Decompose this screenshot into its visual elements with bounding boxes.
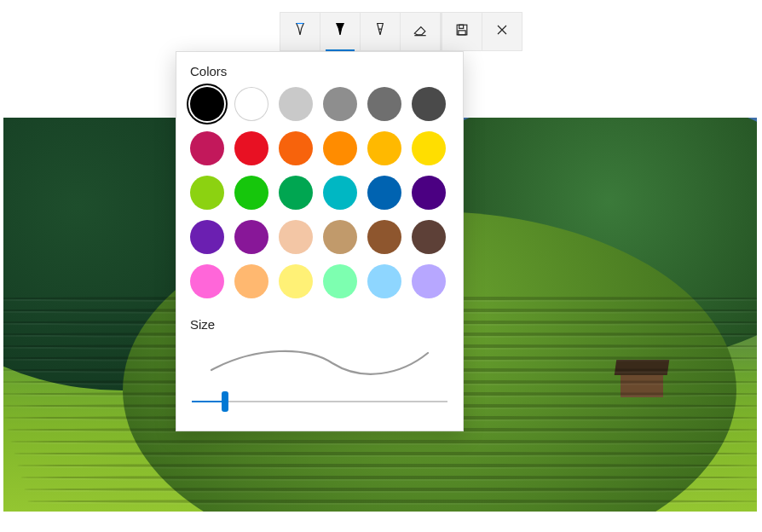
highlighter-icon (372, 21, 389, 42)
eraser-icon (412, 21, 429, 42)
color-swatch[interactable] (412, 176, 446, 210)
slider-thumb[interactable] (222, 391, 228, 412)
slider-track (192, 401, 447, 402)
color-swatch[interactable] (234, 264, 268, 298)
color-swatch[interactable] (367, 176, 401, 210)
photo-bg (10, 440, 757, 443)
color-swatch[interactable] (279, 264, 313, 298)
drawing-toolbar (280, 12, 522, 51)
color-swatch[interactable] (367, 264, 401, 298)
photo-bg (20, 476, 757, 479)
photo-bg (17, 464, 757, 467)
color-swatch[interactable] (190, 176, 224, 210)
color-swatch[interactable] (279, 220, 313, 254)
slider-fill (192, 401, 225, 402)
color-swatch[interactable] (190, 220, 224, 254)
color-swatch[interactable] (190, 131, 224, 165)
size-preview (188, 340, 451, 381)
ballpoint-pen-tool[interactable] (280, 13, 320, 50)
color-swatch[interactable] (412, 220, 446, 254)
pen-icon (292, 21, 309, 42)
color-swatch-grid (188, 87, 451, 298)
color-swatch[interactable] (323, 176, 357, 210)
color-swatch[interactable] (412, 264, 446, 298)
color-swatch[interactable] (279, 87, 313, 121)
close-icon (494, 21, 511, 42)
photo-bg (24, 488, 757, 491)
color-swatch[interactable] (279, 176, 313, 210)
color-swatch[interactable] (279, 131, 313, 165)
color-swatch[interactable] (234, 131, 268, 165)
photo-bg (27, 500, 757, 503)
color-swatch[interactable] (190, 87, 224, 121)
color-swatch[interactable] (412, 131, 446, 165)
highlighter-tool[interactable] (361, 13, 401, 50)
photo-bg (14, 452, 757, 455)
size-slider[interactable] (188, 393, 451, 410)
color-swatch[interactable] (190, 264, 224, 298)
pencil-tool[interactable] (320, 13, 361, 50)
color-swatch[interactable] (367, 87, 401, 121)
app-stage: Colors Size (0, 0, 762, 532)
color-swatch[interactable] (367, 131, 401, 165)
size-heading: Size (190, 317, 451, 332)
pen-settings-popup: Colors Size (176, 51, 464, 431)
color-swatch[interactable] (323, 131, 357, 165)
pencil-icon (332, 21, 349, 42)
eraser-tool[interactable] (401, 13, 441, 50)
save-button[interactable] (441, 13, 482, 50)
colors-heading: Colors (190, 64, 451, 78)
save-icon (453, 21, 470, 42)
color-swatch[interactable] (412, 87, 446, 121)
color-swatch[interactable] (323, 87, 357, 121)
color-swatch[interactable] (323, 264, 357, 298)
color-swatch[interactable] (234, 176, 268, 210)
svg-rect-2 (459, 31, 465, 35)
color-swatch[interactable] (234, 87, 268, 121)
color-swatch[interactable] (234, 220, 268, 254)
color-swatch[interactable] (367, 220, 401, 254)
close-button[interactable] (482, 13, 522, 50)
color-swatch[interactable] (323, 220, 357, 254)
svg-rect-1 (459, 25, 464, 28)
